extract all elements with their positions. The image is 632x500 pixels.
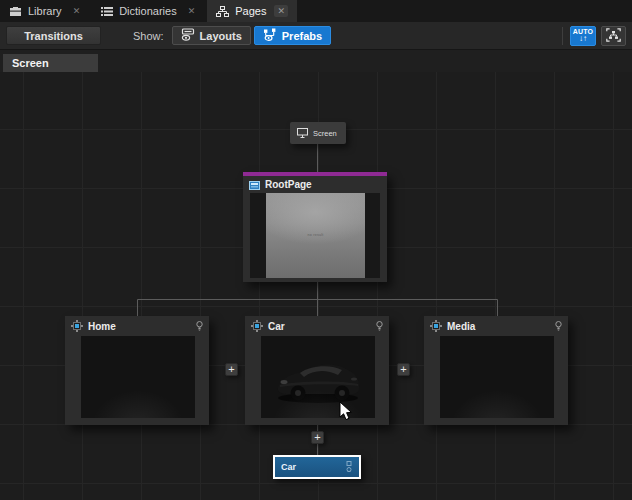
prefab-chip-icon (251, 318, 263, 336)
page-hierarchy-canvas[interactable]: Screen RootPage no result (0, 72, 632, 500)
lightbulb-icon (555, 318, 562, 336)
prefabs-icon (263, 28, 277, 43)
path-bar: Screen (0, 50, 632, 72)
monitor-icon (297, 124, 308, 142)
rootpage-thumbnail: no result (250, 193, 380, 278)
fit-view-icon (606, 28, 621, 44)
close-icon[interactable]: ✕ (274, 5, 288, 17)
screen-node-label: Screen (313, 129, 337, 138)
show-label: Show: (133, 30, 164, 42)
close-icon[interactable]: ✕ (70, 5, 84, 17)
prefabs-label: Prefabs (282, 30, 322, 42)
prefab-chip-icon (430, 318, 442, 336)
toolbox-icon (9, 6, 22, 17)
rename-input-value: Car (281, 462, 341, 472)
tab-dictionaries[interactable]: Dictionaries ✕ (92, 0, 207, 22)
pages-editor-window: Library ✕ Dictionaries ✕ Pages ✕ Transit… (0, 0, 632, 500)
tab-label: Pages (235, 5, 266, 17)
breadcrumb-screen-tab[interactable]: Screen (3, 54, 98, 72)
media-node[interactable]: Media (424, 316, 568, 425)
layouts-label: Layouts (200, 30, 242, 42)
screen-node[interactable]: Screen (290, 122, 346, 144)
layouts-toggle-button[interactable]: Layouts (172, 26, 251, 45)
car-image (272, 348, 364, 406)
auto-sort-button[interactable]: AUTO ↓↑ (570, 26, 596, 46)
tab-label: Library (28, 5, 62, 17)
prefab-chip-icon (71, 318, 83, 336)
car-thumbnail (261, 336, 375, 418)
toolbar-separator (562, 27, 563, 45)
hierarchy-icon (216, 6, 229, 17)
list-icon (101, 6, 113, 17)
tab-pages[interactable]: Pages ✕ (207, 0, 297, 22)
media-node-label: Media (447, 321, 550, 332)
home-node-label: Home (88, 321, 191, 332)
layouts-icon (181, 28, 195, 43)
tab-bar: Library ✕ Dictionaries ✕ Pages ✕ (0, 0, 632, 22)
rootpage-node[interactable]: RootPage no result (243, 172, 387, 282)
rootpage-node-label: RootPage (265, 179, 381, 190)
sort-arrows-icon: ↓↑ (579, 35, 587, 43)
home-thumbnail (81, 336, 195, 418)
lightbulb-icon (196, 318, 203, 336)
lightbulb-icon (376, 318, 383, 336)
close-icon[interactable]: ✕ (185, 5, 199, 17)
media-thumbnail (440, 336, 554, 418)
rootpage-thumbnail-caption: no result (293, 233, 338, 237)
add-child-page-button[interactable]: + (311, 431, 324, 444)
prefabs-toggle-button[interactable]: Prefabs (254, 26, 331, 45)
car-node-label: Car (268, 321, 371, 332)
add-transition-button-right[interactable]: + (397, 363, 410, 376)
tab-library[interactable]: Library ✕ (0, 0, 92, 22)
edit-indicator-icon (345, 461, 353, 473)
fit-hierarchy-view-button[interactable] (601, 26, 626, 46)
transitions-button[interactable]: Transitions (6, 26, 101, 45)
home-node[interactable]: Home (65, 316, 209, 425)
tab-label: Dictionaries (119, 5, 176, 17)
car-node[interactable]: Car (245, 316, 389, 425)
new-page-rename-input[interactable]: Car (273, 455, 361, 479)
toolbar: Transitions Show: Layouts Prefabs AUTO ↓… (0, 22, 632, 50)
add-transition-button-left[interactable]: + (225, 363, 238, 376)
page-icon (249, 176, 260, 194)
